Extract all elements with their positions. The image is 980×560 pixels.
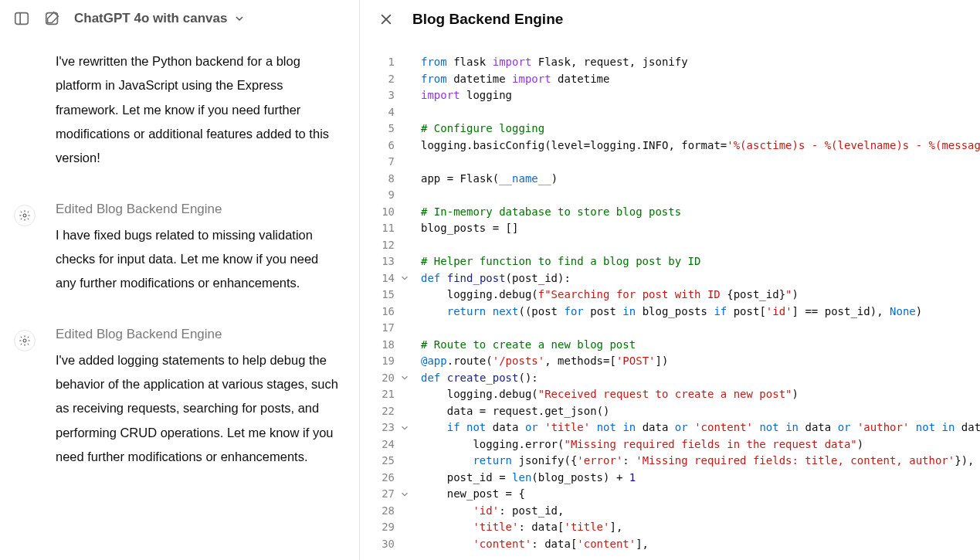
line-number: 28: [360, 503, 402, 520]
edited-canvas-title[interactable]: Edited Blog Backend Engine: [56, 202, 341, 217]
line-number: 5: [360, 120, 402, 137]
model-selector[interactable]: ChatGPT 4o with canvas: [74, 11, 246, 26]
line-number: 16: [360, 304, 402, 321]
line-number: 3: [360, 87, 402, 104]
assistant-avatar: [14, 205, 36, 226]
code-line[interactable]: 29 'title': data['title'],: [360, 519, 980, 536]
messages-container: I've rewritten the Python backend for a …: [0, 37, 359, 518]
svg-point-4: [23, 339, 26, 342]
line-number: 9: [360, 187, 402, 204]
line-number: 18: [360, 337, 402, 354]
line-number: 19: [360, 353, 402, 370]
message-text: I've rewritten the Python backend for a …: [56, 49, 341, 171]
code-line[interactable]: 12: [360, 237, 980, 254]
svg-rect-0: [15, 13, 29, 25]
code-line[interactable]: 11blog_posts = []: [360, 220, 980, 237]
line-number: 13: [360, 253, 402, 270]
line-number: 15: [360, 287, 402, 304]
code-line[interactable]: 10# In-memory database to store blog pos…: [360, 204, 980, 221]
code-line[interactable]: 14def find_post(post_id):: [360, 270, 980, 287]
code-content[interactable]: from flask import Flask, request, jsonif…: [402, 54, 980, 71]
code-line[interactable]: 21 logging.debug("Received request to cr…: [360, 386, 980, 403]
code-line[interactable]: 25 return jsonify({'error': 'Missing req…: [360, 453, 980, 470]
new-chat-icon[interactable]: [43, 9, 62, 28]
code-content[interactable]: post_id = len(blog_posts) + 1: [402, 470, 980, 487]
code-line[interactable]: 2from datetime import datetime: [360, 71, 980, 88]
line-number: 24: [360, 436, 402, 453]
canvas-title: Blog Backend Engine: [412, 11, 563, 28]
code-content[interactable]: # Configure logging: [402, 120, 980, 137]
message-block: I've rewritten the Python backend for a …: [56, 49, 341, 171]
code-line[interactable]: 4: [360, 104, 980, 121]
code-line[interactable]: 16 return next((post for post in blog_po…: [360, 304, 980, 321]
chat-panel: ChatGPT 4o with canvas I've rewritten th…: [0, 0, 360, 560]
code-content[interactable]: # In-memory database to store blog posts: [402, 204, 980, 221]
code-line[interactable]: 5# Configure logging: [360, 120, 980, 137]
code-content[interactable]: import logging: [402, 87, 980, 104]
code-line[interactable]: 17: [360, 320, 980, 337]
line-number: 6: [360, 137, 402, 154]
code-content[interactable]: app = Flask(__name__): [402, 171, 980, 188]
code-content[interactable]: logging.error("Missing required fields i…: [402, 436, 980, 453]
message-text: I've added logging statements to help de…: [56, 348, 341, 470]
code-content[interactable]: @app.route('/posts', methods=['POST']): [402, 353, 980, 370]
code-content[interactable]: return jsonify({'error': 'Missing requir…: [402, 453, 980, 470]
code-line[interactable]: 18# Route to create a new blog post: [360, 337, 980, 354]
code-line[interactable]: 24 logging.error("Missing required field…: [360, 436, 980, 453]
line-number: 1: [360, 54, 402, 71]
code-content[interactable]: [402, 237, 980, 254]
code-content[interactable]: [402, 154, 980, 171]
code-content[interactable]: from datetime import datetime: [402, 71, 980, 88]
code-line[interactable]: 20def create_post():: [360, 370, 980, 387]
line-number: 23: [360, 419, 402, 436]
code-content[interactable]: blog_posts = []: [402, 220, 980, 237]
code-editor[interactable]: 1from flask import Flask, request, jsoni…: [360, 39, 980, 560]
code-line[interactable]: 9: [360, 187, 980, 204]
line-number: 21: [360, 386, 402, 403]
code-line[interactable]: 19@app.route('/posts', methods=['POST']): [360, 353, 980, 370]
canvas-panel: Blog Backend Engine 1from flask import F…: [360, 0, 980, 560]
code-content[interactable]: 'content': data['content'],: [402, 536, 980, 553]
code-line[interactable]: 6logging.basicConfig(level=logging.INFO,…: [360, 137, 980, 154]
code-line[interactable]: 3import logging: [360, 87, 980, 104]
line-number: 25: [360, 453, 402, 470]
code-line[interactable]: 26 post_id = len(blog_posts) + 1: [360, 470, 980, 487]
code-line[interactable]: 7: [360, 154, 980, 171]
code-content[interactable]: def create_post():: [402, 370, 980, 387]
assistant-avatar: [14, 330, 36, 351]
line-number: 11: [360, 220, 402, 237]
code-content[interactable]: def find_post(post_id):: [402, 270, 980, 287]
code-content[interactable]: logging.debug("Received request to creat…: [402, 386, 980, 403]
code-line[interactable]: 13# Helper function to find a blog post …: [360, 253, 980, 270]
code-content[interactable]: # Route to create a new blog post: [402, 337, 980, 354]
code-line[interactable]: 22 data = request.get_json(): [360, 403, 980, 420]
code-line[interactable]: 15 logging.debug(f"Searching for post wi…: [360, 287, 980, 304]
code-line[interactable]: 8app = Flask(__name__): [360, 171, 980, 188]
code-content[interactable]: logging.debug(f"Searching for post with …: [402, 287, 980, 304]
code-line[interactable]: 27 new_post = {: [360, 486, 980, 503]
line-number: 4: [360, 104, 402, 121]
code-content[interactable]: new_post = {: [402, 486, 980, 503]
code-content[interactable]: return next((post for post in blog_posts…: [402, 304, 980, 321]
line-number: 8: [360, 171, 402, 188]
code-line[interactable]: 28 'id': post_id,: [360, 503, 980, 520]
code-content[interactable]: [402, 104, 980, 121]
message-text: I have fixed bugs related to missing val…: [56, 223, 341, 296]
code-content[interactable]: data = request.get_json(): [402, 403, 980, 420]
code-content[interactable]: [402, 320, 980, 337]
code-content[interactable]: [402, 187, 980, 204]
code-line[interactable]: 1from flask import Flask, request, jsoni…: [360, 54, 980, 71]
code-content[interactable]: if not data or 'title' not in data or 'c…: [402, 419, 980, 436]
model-name: ChatGPT 4o with canvas: [74, 11, 227, 26]
code-content[interactable]: 'title': data['title'],: [402, 519, 980, 536]
code-content[interactable]: logging.basicConfig(level=logging.INFO, …: [402, 137, 980, 154]
code-line[interactable]: 23 if not data or 'title' not in data or…: [360, 419, 980, 436]
line-number: 29: [360, 519, 402, 536]
code-content[interactable]: 'id': post_id,: [402, 503, 980, 520]
sidebar-toggle-icon[interactable]: [12, 9, 31, 28]
code-content[interactable]: # Helper function to find a blog post by…: [402, 253, 980, 270]
close-canvas-button[interactable]: [378, 12, 394, 27]
code-line[interactable]: 30 'content': data['content'],: [360, 536, 980, 553]
line-number: 17: [360, 320, 402, 337]
edited-canvas-title[interactable]: Edited Blog Backend Engine: [56, 327, 341, 342]
